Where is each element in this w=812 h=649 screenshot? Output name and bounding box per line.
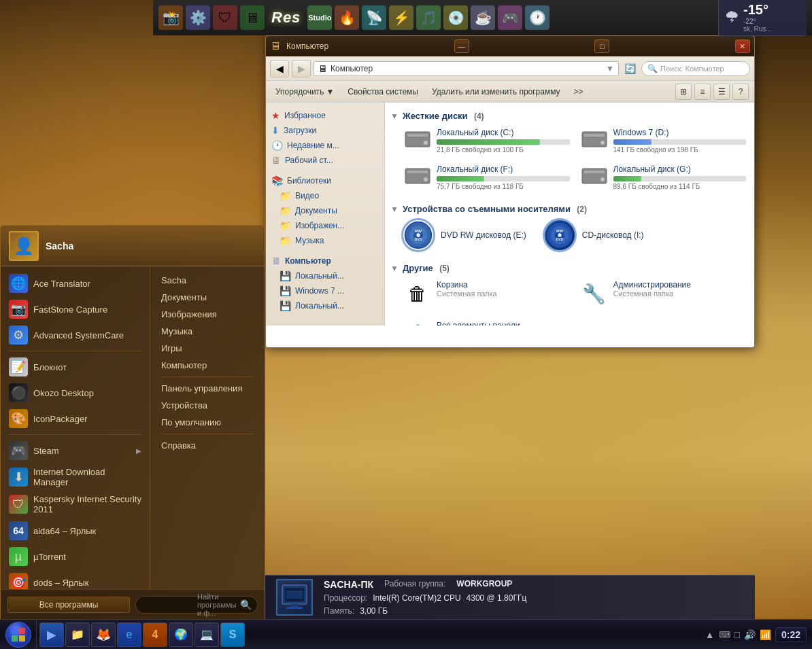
sidebar-documents[interactable]: 📁 Документы xyxy=(266,203,384,218)
dvd-drive-item[interactable]: RW DVD DVD RW дисковод (E:) xyxy=(401,218,526,252)
toolbar-icon-photo[interactable]: 📸 xyxy=(158,5,183,30)
sidebar-favorites[interactable]: ★ Избранное xyxy=(266,108,384,123)
toolbar-icon-music[interactable]: 🎵 xyxy=(416,5,441,30)
forward-button[interactable]: ▶ xyxy=(292,60,311,77)
organize-button[interactable]: Упорядочить ▼ xyxy=(271,86,338,98)
recycle-bin-item[interactable]: 🗑 Корзина Системная папка xyxy=(401,277,573,310)
minimize-button[interactable]: — xyxy=(454,39,469,53)
admin-sub: Системная папка xyxy=(613,290,691,298)
sidebar-music[interactable]: 📁 Музыка xyxy=(266,233,384,248)
tray-volume[interactable]: 🔊 xyxy=(744,629,756,640)
more-button[interactable]: >> xyxy=(570,86,588,98)
toolbar-icon-app3[interactable]: ⚡ xyxy=(389,5,413,30)
toolbar-icon-app1[interactable]: 🔥 xyxy=(335,5,359,30)
search-input[interactable] xyxy=(141,600,194,610)
help-btn[interactable]: ? xyxy=(732,84,749,100)
right-sacha[interactable]: Sacha xyxy=(150,272,265,289)
uninstall-button[interactable]: Удалить или изменить программу xyxy=(428,86,564,98)
start-button[interactable] xyxy=(0,620,37,650)
right-music[interactable]: Музыка xyxy=(150,323,265,340)
right-devices[interactable]: Устройства xyxy=(150,397,265,414)
weather-widget: 🌩 -15° -22° sk, Rus... xyxy=(718,0,807,36)
search-box[interactable]: Найти программы и ф... 🔍 xyxy=(135,596,258,614)
menu-advanced-systemcare[interactable]: ⚙ Advanced SystemCare xyxy=(1,322,150,348)
right-images[interactable]: Изображения xyxy=(150,306,265,323)
taskbar-ie[interactable]: e xyxy=(117,622,141,647)
sidebar-images[interactable]: 📁 Изображен... xyxy=(266,218,384,233)
menu-notepad[interactable]: 📝 Блокнот xyxy=(1,354,150,380)
cd-drive-item[interactable]: RW DVD CD-дисковод (I:) xyxy=(543,218,644,252)
tray-show-hidden[interactable]: ▲ xyxy=(705,629,715,640)
hard-drives-header[interactable]: ▼ Жесткие диски (4) xyxy=(390,108,749,125)
sidebar-win7[interactable]: 💾 Windows 7 ... xyxy=(266,283,384,298)
toolbar-icon-cd[interactable]: 💿 xyxy=(443,5,468,30)
all-programs-button[interactable]: Все программы xyxy=(7,597,130,613)
view-icon-btn[interactable]: ⊞ xyxy=(675,84,692,100)
right-control-panel[interactable]: Панель управления xyxy=(150,380,265,397)
all-panel-item[interactable]: 📋 Все элементы панели... xyxy=(401,318,573,326)
sidebar-computer[interactable]: 🖥 Компьютер xyxy=(266,253,384,268)
toolbar-icon-monitor[interactable]: 🖥 xyxy=(240,5,265,30)
taskbar-globe[interactable]: 🌍 xyxy=(169,622,193,647)
menu-kaspersky[interactable]: 🛡 Kaspersky Internet Security 2011 xyxy=(1,491,150,518)
tray-network[interactable]: □ xyxy=(734,629,740,640)
toolbar-icon-cup[interactable]: ☕ xyxy=(471,5,495,30)
right-games[interactable]: Игры xyxy=(150,340,265,357)
sidebar-libraries[interactable]: 📚 Библиотеки xyxy=(266,173,384,188)
right-defaults[interactable]: По умолчанию xyxy=(150,414,265,431)
sidebar-desktop[interactable]: 🖥 Рабочий ст... xyxy=(266,153,384,168)
right-computer[interactable]: Компьютер xyxy=(150,357,265,374)
view-details-btn[interactable]: ☰ xyxy=(713,84,730,100)
view-list-btn[interactable]: ≡ xyxy=(694,84,711,100)
toolbar-icon-app2[interactable]: 📡 xyxy=(362,5,386,30)
sidebar-local-f[interactable]: 💾 Локальный... xyxy=(266,298,384,313)
menu-idm[interactable]: ⬇ Internet Download Manager xyxy=(1,463,150,491)
menu-faststone[interactable]: 📷 FastStone Capture xyxy=(1,296,150,322)
toolbar-icon-studio[interactable]: Studio xyxy=(307,5,332,30)
admin-item[interactable]: 🔧 Администрирование Системная папка xyxy=(578,277,749,310)
drive-g-item[interactable]: Локальный диск (G:) 89,6 ГБ свободно из … xyxy=(578,162,749,193)
sidebar-recent[interactable]: 🕐 Недавние м... xyxy=(266,138,384,153)
tray-keyboard[interactable]: ⌨ xyxy=(719,630,730,639)
start-menu-footer: Все программы Найти программы и ф... 🔍 xyxy=(1,589,265,619)
search-field[interactable]: 🔍 Поиск: Компьютер xyxy=(641,61,750,76)
toolbar-icon-shield[interactable]: 🛡 xyxy=(213,5,237,30)
right-documents-label: Документы xyxy=(161,292,207,302)
right-documents[interactable]: Документы xyxy=(150,289,265,306)
taskbar-app4[interactable]: 4 xyxy=(143,622,167,647)
refresh-button[interactable]: 🔄 xyxy=(622,63,639,74)
other-header[interactable]: ▼ Другие (5) xyxy=(390,260,749,277)
menu-okozo[interactable]: ⚫ Okozo Desktop xyxy=(1,380,150,406)
sidebar-video[interactable]: 📁 Видео xyxy=(266,188,384,203)
drive-c-item[interactable]: Локальный диск (C:) 21,8 ГБ свободно из … xyxy=(401,125,573,156)
menu-aida64[interactable]: 64 aida64 – Ярлык xyxy=(1,518,150,544)
taskbar-skype[interactable]: S xyxy=(220,622,245,647)
close-button[interactable]: ✕ xyxy=(735,39,750,53)
search-button[interactable]: 🔍 xyxy=(240,599,252,610)
back-button[interactable]: ◀ xyxy=(270,60,289,77)
system-properties-button[interactable]: Свойства системы xyxy=(343,86,422,98)
taskbar-explorer[interactable]: 📁 xyxy=(65,622,90,647)
menu-iconpackager[interactable]: 🎨 IconPackager xyxy=(1,406,150,432)
menu-utorrent[interactable]: µ µTorrent xyxy=(1,544,150,569)
sidebar-downloads[interactable]: ⬇ Загрузки xyxy=(266,123,384,138)
tray-wifi[interactable]: 📶 xyxy=(760,629,771,640)
maximize-button[interactable]: □ xyxy=(594,39,609,53)
drive-f-icon-big xyxy=(404,164,431,186)
toolbar-icon-settings[interactable]: ⚙️ xyxy=(186,5,210,30)
taskbar-computer-btn[interactable]: 💻 xyxy=(194,622,219,647)
toolbar-icon-clock[interactable]: 🕐 xyxy=(525,5,549,30)
address-field[interactable]: 🖥 Компьютер ▼ xyxy=(314,61,619,76)
menu-steam[interactable]: 🎮 Steam ▶ xyxy=(1,438,150,463)
taskbar-media-player[interactable]: ▶ xyxy=(39,622,64,647)
processor-value: Intel(R) Core(TM)2 CPU xyxy=(373,592,460,605)
removable-header[interactable]: ▼ Устройства со съемными носителями (2) xyxy=(390,201,749,218)
sidebar-local-c[interactable]: 💾 Локальный... xyxy=(266,268,384,283)
menu-dods[interactable]: 🎯 dods – Ярлык xyxy=(1,569,150,589)
menu-ace-translator[interactable]: 🌐 Ace Translator xyxy=(1,270,150,296)
taskbar-firefox[interactable]: 🦊 xyxy=(91,622,116,647)
toolbar-icon-gamepad[interactable]: 🎮 xyxy=(498,5,522,30)
drive-d-item[interactable]: Windows 7 (D:) 141 ГБ свободно из 198 ГБ xyxy=(578,125,749,156)
right-help[interactable]: Справка xyxy=(150,437,265,454)
drive-f-item[interactable]: Локальный диск (F:) 75,7 ГБ свободно из … xyxy=(401,162,573,193)
